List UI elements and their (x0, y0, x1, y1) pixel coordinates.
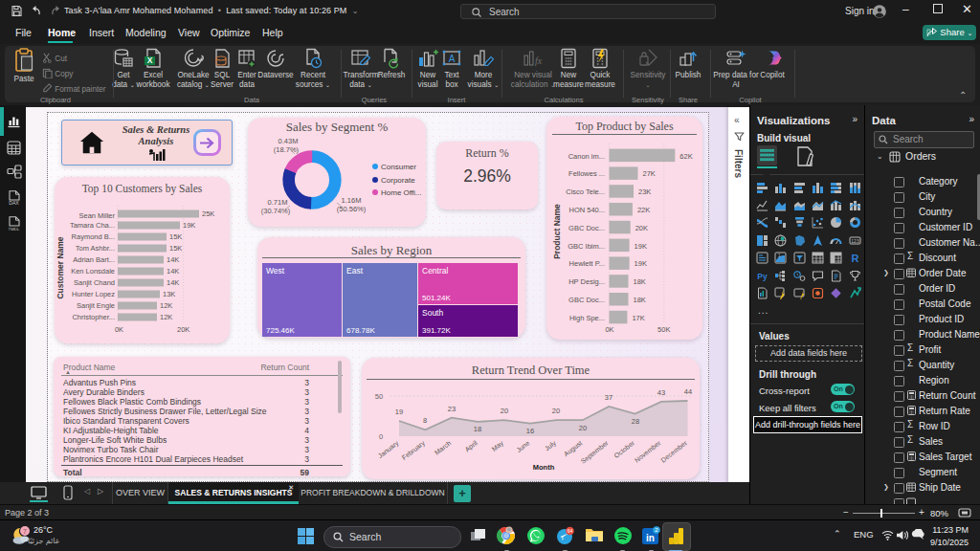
svg-text:Consumer: Consumer (381, 163, 416, 171)
svg-text:Py: Py (757, 272, 768, 281)
svg-text:Raymond B...: Raymond B... (72, 232, 115, 241)
svg-text:8: 8 (423, 416, 427, 425)
svg-text:GBC Doc...: GBC Doc... (568, 296, 605, 304)
svg-text:Customer Name: Customer Name (56, 236, 65, 298)
svg-text:High Spe...: High Spe... (569, 314, 605, 322)
svg-text:17K: 17K (632, 314, 644, 322)
svg-text:fx: fx (535, 55, 543, 66)
svg-text:1.16M: 1.16M (342, 196, 362, 205)
svg-text:28: 28 (632, 417, 639, 426)
svg-text:37: 37 (605, 393, 612, 402)
svg-text:May: May (490, 439, 505, 453)
svg-text:Ken Lonsdale: Ken Lonsdale (71, 267, 115, 276)
svg-text:16: 16 (526, 427, 534, 435)
svg-text:Fellowes ...: Fellowes ... (568, 169, 605, 178)
svg-text:44: 44 (684, 387, 692, 396)
svg-text:25K: 25K (202, 209, 214, 218)
svg-text:GBC Doc...: GBC Doc... (568, 224, 605, 232)
svg-text:November: November (634, 439, 662, 464)
svg-text:April: April (463, 439, 479, 453)
svg-text:Hunter Lopez: Hunter Lopez (72, 290, 115, 298)
svg-text:18: 18 (474, 425, 481, 433)
svg-text:13K: 13K (163, 290, 175, 298)
svg-text:TMDL: TMDL (9, 227, 21, 231)
svg-text:HP Desig...: HP Desig... (568, 277, 605, 286)
svg-text:Home Offi...: Home Offi... (381, 188, 422, 197)
svg-text:22K: 22K (637, 206, 650, 214)
svg-text:19K: 19K (183, 221, 195, 230)
svg-text:23K: 23K (638, 187, 651, 196)
svg-text:123: 123 (851, 237, 859, 243)
svg-text:Product Name: Product Name (552, 204, 562, 259)
svg-text:12K: 12K (160, 301, 172, 310)
svg-text:20: 20 (501, 407, 508, 415)
svg-text:14K: 14K (167, 278, 179, 287)
svg-text:18K: 18K (634, 296, 646, 304)
svg-text:15K: 15K (169, 244, 182, 253)
svg-text:October: October (612, 439, 635, 459)
svg-text:February: February (401, 439, 427, 462)
svg-text:X: X (147, 55, 153, 65)
svg-text:0.71M: 0.71M (268, 198, 288, 207)
svg-text:50K: 50K (657, 325, 670, 334)
svg-text:27K: 27K (643, 169, 656, 178)
svg-text:15K: 15K (169, 232, 182, 241)
svg-text:August: August (563, 439, 584, 458)
svg-text:62K: 62K (679, 152, 692, 161)
svg-text:Tom Ashbr...: Tom Ashbr... (76, 244, 115, 253)
svg-text:7: 7 (23, 528, 27, 535)
svg-text:Month: Month (533, 463, 555, 472)
svg-text:(18.7%): (18.7%) (274, 145, 300, 154)
svg-text:June: June (515, 439, 530, 453)
svg-text:Tamara Cha...: Tamara Cha... (70, 221, 115, 230)
svg-text:(50.56%): (50.56%) (337, 205, 367, 213)
svg-text:Corporate: Corporate (381, 176, 415, 185)
svg-text:50: 50 (375, 392, 383, 401)
svg-text:in: in (646, 533, 655, 543)
svg-text:Cisco Tele...: Cisco Tele... (566, 187, 605, 196)
svg-text:Adrian Bart...: Adrian Bart... (73, 255, 115, 264)
svg-text:14K: 14K (167, 267, 179, 276)
svg-text:Canon im...: Canon im... (568, 152, 605, 161)
svg-text:September: September (580, 439, 611, 466)
svg-text:January: January (377, 439, 401, 460)
svg-text:14K: 14K (167, 255, 179, 264)
svg-text:23: 23 (448, 405, 456, 413)
svg-text:43: 43 (657, 388, 665, 397)
svg-text:Sanjit Chand: Sanjit Chand (74, 278, 115, 287)
svg-text:Christopher...: Christopher... (72, 313, 115, 321)
svg-text:GBC Ibim...: GBC Ibim... (568, 242, 605, 251)
svg-text:64: 64 (568, 528, 573, 534)
svg-text:HON 540...: HON 540... (568, 206, 605, 214)
svg-text:December: December (659, 439, 688, 464)
svg-text:20: 20 (579, 424, 587, 432)
svg-text:Hewlett P...: Hewlett P... (569, 259, 605, 268)
svg-text:DAX: DAX (9, 200, 19, 206)
svg-text:0K: 0K (605, 325, 613, 334)
svg-text:R: R (851, 253, 858, 264)
svg-text:Sean Miller: Sean Miller (78, 211, 115, 220)
svg-text:0K: 0K (115, 325, 123, 334)
svg-text:20K: 20K (635, 224, 648, 232)
svg-text:12K: 12K (160, 313, 172, 321)
svg-text:March: March (434, 439, 453, 456)
svg-text:19K: 19K (635, 242, 647, 251)
svg-text:20: 20 (552, 407, 560, 415)
svg-text:19K: 19K (635, 259, 647, 268)
svg-text:July: July (544, 439, 558, 452)
svg-text:0.43M: 0.43M (278, 137, 299, 145)
svg-text:A: A (449, 54, 456, 64)
svg-text:0: 0 (379, 432, 383, 441)
svg-text:(30.74%): (30.74%) (261, 207, 291, 215)
svg-text:19: 19 (395, 408, 403, 416)
svg-text:20K: 20K (177, 325, 189, 334)
svg-text:Sanjit Engle: Sanjit Engle (77, 301, 115, 310)
svg-text:18K: 18K (634, 277, 646, 286)
